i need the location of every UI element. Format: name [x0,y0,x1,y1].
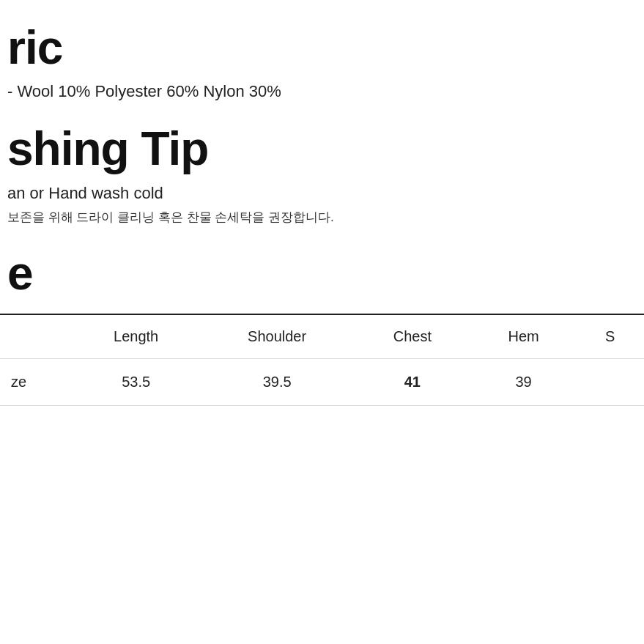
table-row: ze 53.5 39.5 41 39 [0,359,644,406]
table-header-row: Length Shoulder Chest Hem S [0,314,644,359]
washing-title: shing Tip [7,123,622,174]
row-extra [576,359,644,406]
size-table: Length Shoulder Chest Hem S ze 53.5 39.5… [0,314,644,406]
col-header-length: Length [72,314,201,359]
col-header-hem: Hem [471,314,576,359]
size-section: e Length Shoulder Chest Hem S ze [0,248,644,406]
col-header-shoulder: Shoulder [201,314,354,359]
washing-section: shing Tip an or Hand wash cold 보존을 위해 드라… [0,123,644,225]
washing-tip-en: an or Hand wash cold [7,184,622,203]
size-table-wrapper: Length Shoulder Chest Hem S ze 53.5 39.5… [0,314,644,406]
size-title: e [0,248,644,299]
row-label: ze [0,359,72,406]
fabric-title: ric [7,22,622,73]
row-hem: 39 [471,359,576,406]
col-header-extra: S [576,314,644,359]
page-container: ric - Wool 10% Polyester 60% Nylon 30% s… [0,0,644,644]
col-header-chest: Chest [354,314,472,359]
row-length: 53.5 [72,359,201,406]
fabric-section: ric - Wool 10% Polyester 60% Nylon 30% [0,22,644,101]
col-header-label [0,314,72,359]
row-chest: 41 [354,359,472,406]
fabric-composition: - Wool 10% Polyester 60% Nylon 30% [7,82,622,101]
row-shoulder: 39.5 [201,359,354,406]
washing-tip-ko: 보존을 위해 드라이 클리닝 혹은 찬물 손세탁을 권장합니다. [7,209,622,226]
